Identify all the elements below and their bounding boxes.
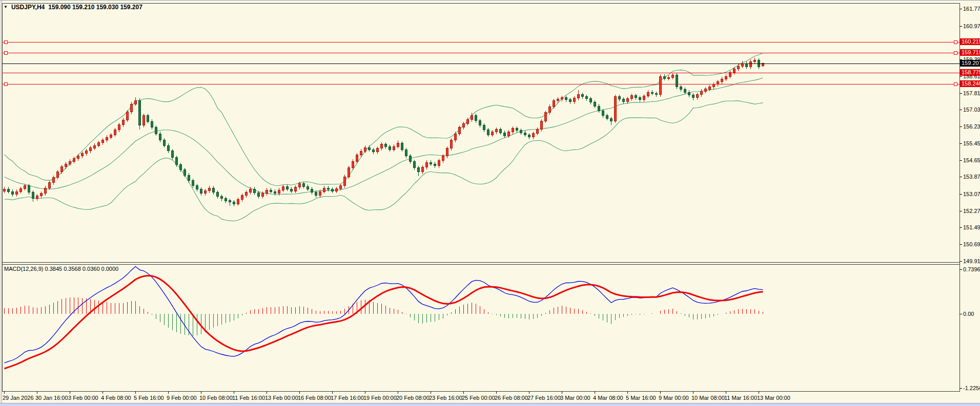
candle <box>172 149 174 160</box>
candle-body <box>598 106 600 111</box>
candle-body <box>57 172 59 177</box>
candle-body <box>102 140 104 143</box>
candle-body <box>414 162 416 168</box>
level-drag-handle[interactable] <box>954 51 957 54</box>
mt4-chart-window: ▼USDJPY,H4159.090 159.210 159.030 159.20… <box>0 0 980 406</box>
chart-canvas[interactable] <box>0 1 980 406</box>
candle <box>524 131 526 137</box>
candle-body <box>664 76 666 78</box>
horizontal-level-line[interactable] <box>2 40 959 44</box>
macd-plot[interactable] <box>5 267 763 369</box>
candle-body <box>553 101 555 106</box>
candle <box>151 119 153 130</box>
candle <box>307 184 309 191</box>
candle <box>168 143 170 153</box>
candle-body <box>98 143 100 145</box>
candle-body <box>483 125 485 130</box>
candle-body <box>639 98 641 100</box>
candle-body <box>385 144 387 147</box>
main-plot[interactable] <box>4 53 764 221</box>
candle-body <box>110 135 112 137</box>
candle-body <box>602 111 604 116</box>
time-label: 10 Feb 08:00 <box>199 395 233 401</box>
candle-body <box>4 189 6 191</box>
candle-body <box>73 159 75 161</box>
candle <box>742 61 744 68</box>
candle-body <box>53 177 55 182</box>
level-drag-handle[interactable] <box>954 40 957 44</box>
candle <box>122 118 125 126</box>
candle-body <box>32 192 34 199</box>
candle-body <box>377 148 379 152</box>
candle-body <box>319 191 321 196</box>
candle-body <box>651 92 654 93</box>
candle-body <box>697 94 699 97</box>
level-drag-handle[interactable] <box>954 82 957 86</box>
macd-tick-label: 0.00 <box>963 311 980 317</box>
candle <box>705 87 707 93</box>
candle <box>73 157 75 163</box>
level-drag-handle[interactable] <box>4 51 7 54</box>
candle <box>106 135 108 142</box>
candle <box>533 132 535 139</box>
time-label: 13 Feb 00:00 <box>265 395 298 401</box>
candle-body <box>49 183 51 188</box>
candle-body <box>217 192 219 196</box>
candle-body <box>12 191 14 194</box>
time-label: 4 Mar 08:00 <box>593 395 623 401</box>
candle <box>746 61 748 69</box>
level-drag-handle[interactable] <box>4 82 7 86</box>
candle <box>549 104 551 115</box>
level-drag-handle[interactable] <box>4 40 7 44</box>
candle <box>94 143 96 150</box>
candle-body <box>438 161 440 166</box>
candle-body <box>660 76 662 94</box>
candle-body <box>364 147 366 151</box>
candle-body <box>422 167 424 172</box>
candle <box>291 187 293 193</box>
candle <box>344 175 346 188</box>
horizontal-level-line[interactable] <box>2 82 959 86</box>
candle <box>647 90 649 98</box>
candle-body <box>574 98 576 102</box>
candle <box>114 128 116 137</box>
price-tick-label: 154.650 <box>963 157 980 163</box>
candle <box>610 117 612 125</box>
candle-body <box>463 123 465 127</box>
candle-body <box>512 129 514 132</box>
candle-body <box>496 130 498 132</box>
candle-body <box>352 161 354 168</box>
candle-body <box>274 191 276 193</box>
price-tick-label: 155.450 <box>963 140 980 146</box>
candle <box>98 141 100 147</box>
candle-body <box>442 156 444 161</box>
candle-body <box>508 132 510 136</box>
candle-body <box>151 121 153 127</box>
candle-body <box>241 196 243 200</box>
bollinger-lower-band <box>5 101 763 221</box>
candle-body <box>303 184 305 186</box>
candle-body <box>155 127 157 134</box>
candle <box>45 186 47 195</box>
symbol-dropdown-icon[interactable]: ▼ <box>4 5 8 10</box>
time-label: 9 Feb 00:00 <box>167 395 197 401</box>
candle <box>20 187 22 194</box>
time-label: 4 Feb 08:00 <box>101 395 131 401</box>
horizontal-level-line[interactable] <box>2 51 959 54</box>
candle <box>750 59 752 69</box>
candle-body <box>213 188 215 192</box>
candle <box>713 82 715 89</box>
candle-body <box>668 77 670 78</box>
time-label: 20 Feb 08:00 <box>396 395 430 401</box>
candle-body <box>627 99 629 102</box>
candle <box>192 179 194 188</box>
price-tick-label: 151.490 <box>963 224 980 230</box>
time-label: 23 Feb 16:00 <box>429 395 462 401</box>
candle <box>57 170 59 179</box>
candle <box>504 131 506 138</box>
candle <box>434 162 436 167</box>
candle <box>159 132 161 142</box>
macd-indicator-label: MACD(12,26,9) 0.3845 0.3568 0.0360 0.000… <box>4 266 118 272</box>
candle <box>270 188 272 194</box>
candle-body <box>754 60 756 61</box>
